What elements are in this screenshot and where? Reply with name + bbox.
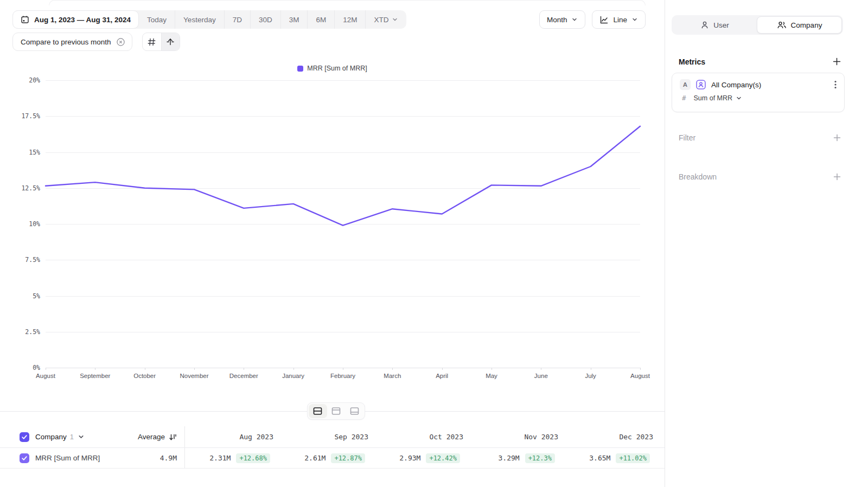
chevron-down-icon — [571, 16, 578, 23]
compare-toolbar: Compare to previous month — [12, 33, 180, 51]
value-cell: 3.29M +12.3% — [470, 448, 565, 468]
preset-12m[interactable]: 12M — [334, 10, 365, 29]
select-all-checkbox[interactable] — [20, 432, 29, 442]
x-tick-label: October — [119, 373, 171, 379]
x-tick-label: July — [565, 373, 617, 379]
mrr-chart: 0%2.5%5%7.5%10%12.5%15%17.5%20%AugustSep… — [11, 76, 651, 385]
filter-title: Filter — [679, 133, 695, 142]
split-view-icon — [313, 407, 322, 415]
remove-compare-icon[interactable] — [116, 37, 125, 47]
granularity-label: Month — [547, 16, 567, 24]
table-only-view-icon — [350, 407, 359, 415]
delta-badge: +12.3% — [525, 453, 555, 463]
x-tick-label: June — [515, 373, 567, 379]
row-average-value: 4.9M — [160, 454, 184, 462]
chevron-down-icon — [736, 95, 742, 101]
aggregation-label: Sum of MRR — [694, 94, 733, 102]
preset-6m[interactable]: 6M — [307, 10, 334, 29]
granularity-button[interactable]: Month — [539, 10, 586, 29]
card-top-edge — [49, 0, 646, 5]
add-breakdown-icon[interactable] — [833, 172, 841, 181]
chevron-down-icon[interactable] — [78, 433, 85, 440]
x-tick-label: March — [366, 373, 418, 379]
trend-toggle-button[interactable] — [161, 33, 180, 50]
table-only-view-button[interactable] — [345, 404, 363, 418]
row-checkbox[interactable] — [20, 453, 29, 463]
arrow-up-icon — [166, 37, 175, 46]
table-row[interactable]: MRR [Sum of MRR] 4.9M 2.31M +12.68% 2.61… — [0, 447, 665, 469]
config-sidebar: User Company Metrics A — [665, 0, 868, 487]
grid-icon — [148, 38, 156, 46]
tab-company[interactable]: Company — [757, 16, 842, 34]
metrics-title: Metrics — [679, 57, 705, 66]
tab-user-label: User — [713, 21, 729, 29]
chart-only-view-button[interactable] — [327, 404, 346, 418]
metric-card[interactable]: A All Company(s) # Sum of MRR — [672, 73, 845, 112]
preset-30d[interactable]: 30D — [250, 10, 280, 29]
chart-type-button[interactable]: Line — [592, 10, 646, 29]
date-range-label: Aug 1, 2023 — Aug 31, 2024 — [34, 16, 131, 24]
month-value-cells: 2.31M +12.68% 2.61M +12.87% 2.93M +12.42… — [185, 448, 665, 468]
grid-toggle-button[interactable] — [143, 33, 161, 50]
chevron-down-icon — [631, 16, 638, 23]
delta-badge: +12.68% — [236, 453, 270, 463]
chart-only-view-icon — [331, 407, 341, 415]
preset-7d[interactable]: 7D — [224, 10, 250, 29]
date-preset-group: Aug 1, 2023 — Aug 31, 2024 Today Yesterd… — [12, 10, 406, 29]
kebab-menu-icon[interactable] — [833, 79, 838, 90]
x-tick-label: December — [218, 373, 270, 379]
legend-label: MRR [Sum of MRR] — [307, 65, 367, 72]
chevron-down-icon — [392, 16, 398, 23]
preset-3m[interactable]: 3M — [280, 10, 308, 29]
compare-chip[interactable]: Compare to previous month — [12, 33, 132, 51]
entity-header-label: Company — [35, 433, 67, 441]
calendar-icon — [21, 15, 29, 24]
series-line — [46, 126, 640, 226]
chart-type-label: Line — [613, 16, 627, 24]
company-card-icon — [695, 79, 706, 90]
tab-company-label: Company — [791, 21, 822, 29]
breakdown-table: Company 1 Average — [0, 426, 665, 469]
date-toolbar: Aug 1, 2023 — Aug 31, 2024 Today Yesterd… — [12, 10, 406, 29]
x-tick-label: May — [465, 373, 518, 379]
preset-today[interactable]: Today — [139, 10, 175, 29]
value-cell: 2.31M +12.68% — [185, 448, 280, 468]
metric-row-cell: MRR [Sum of MRR] 4.9M — [0, 448, 185, 468]
breakdown-title: Breakdown — [679, 172, 717, 181]
report-main-area: Aug 1, 2023 — Aug 31, 2024 Today Yesterd… — [0, 0, 665, 487]
split-view-button[interactable] — [309, 404, 327, 418]
preset-xtd[interactable]: XTD — [365, 10, 406, 29]
metric-name: All Company(s) — [711, 81, 761, 89]
entity-type-toggle: User Company — [672, 15, 843, 35]
tab-user[interactable]: User — [673, 16, 757, 34]
x-tick-label: September — [69, 373, 121, 379]
add-metric-icon[interactable] — [832, 57, 841, 66]
chart-canvas — [11, 76, 646, 373]
add-filter-icon[interactable] — [833, 133, 841, 142]
delta-badge: +12.87% — [331, 453, 365, 463]
entity-count: 1 — [70, 433, 74, 441]
filter-header: Filter — [679, 133, 841, 142]
chart-legend: MRR [Sum of MRR] — [0, 65, 665, 72]
entity-header-cell: Company 1 Average — [0, 426, 185, 447]
date-range-button[interactable]: Aug 1, 2023 — Aug 31, 2024 — [12, 10, 139, 29]
column-header: Oct 2023 — [375, 426, 470, 447]
compare-chip-label: Compare to previous month — [21, 38, 111, 46]
preset-yesterday[interactable]: Yesterday — [175, 10, 224, 29]
chart-option-toggle — [142, 33, 180, 51]
x-tick-label: August — [20, 373, 72, 379]
column-header: Sep 2023 — [280, 426, 375, 447]
layout-view-toggle — [307, 402, 365, 420]
average-header[interactable]: Average — [138, 433, 184, 441]
line-chart-icon — [599, 15, 609, 24]
table-header-row: Company 1 Average — [0, 426, 665, 447]
metric-card-row2[interactable]: # Sum of MRR — [680, 94, 838, 102]
number-property-icon: # — [682, 94, 686, 102]
delta-badge: +12.42% — [426, 453, 460, 463]
analytics-page: Aug 1, 2023 — Aug 31, 2024 Today Yesterd… — [0, 0, 868, 487]
metrics-header: Metrics — [679, 57, 841, 66]
x-tick-label: August — [614, 373, 666, 379]
average-header-label: Average — [138, 433, 165, 441]
breakdown-header: Breakdown — [679, 172, 841, 181]
x-tick-label: February — [317, 373, 369, 379]
